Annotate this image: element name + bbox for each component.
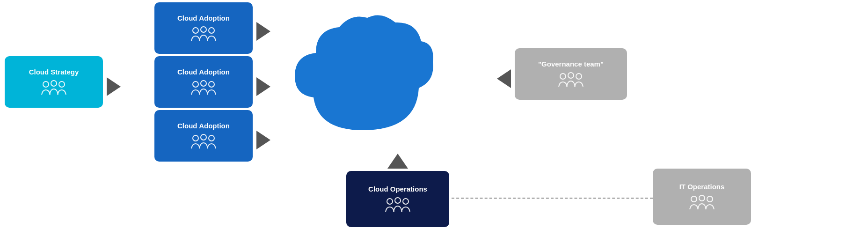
svg-point-0 (43, 81, 49, 87)
svg-point-1 (51, 81, 57, 86)
governance-team-box: "Governance team" (515, 48, 627, 100)
arrow-ops-to-cloud (387, 154, 408, 169)
cloud-operations-label: Cloud Operations (368, 185, 427, 194)
cloud-adoption-3-label: Cloud Adoption (177, 121, 230, 131)
svg-point-3 (193, 28, 198, 33)
svg-point-17 (576, 74, 582, 79)
cloud-strategy-label: Cloud Strategy (29, 67, 79, 77)
diagram-container: Cloud Strategy Cloud Adoption Cloud Adop… (0, 0, 868, 244)
cloud-operations-box: Cloud Operations (346, 171, 449, 227)
svg-point-2 (59, 81, 65, 87)
dashed-line-ops (452, 198, 653, 199)
it-operations-box: IT Operations (653, 169, 751, 225)
svg-point-13 (395, 198, 401, 203)
people-icon-adoption2 (191, 80, 216, 96)
cloud-adoption-box-1: Cloud Adoption (154, 2, 253, 54)
svg-point-8 (209, 81, 214, 87)
svg-point-20 (707, 196, 713, 202)
svg-point-10 (201, 134, 206, 140)
svg-point-4 (201, 27, 206, 32)
cloud-adoption-box-2: Cloud Adoption (154, 56, 253, 108)
cloud-adoption-box-3: Cloud Adoption (154, 110, 253, 162)
svg-point-16 (568, 73, 574, 78)
arrow-strategy-to-adoptions (107, 77, 121, 96)
svg-point-9 (193, 135, 198, 141)
svg-point-19 (699, 195, 705, 201)
svg-point-15 (560, 74, 566, 79)
arrow-adoption3-to-cloud (256, 131, 270, 149)
people-icon-strategy (41, 80, 66, 96)
arrow-adoption2-to-cloud (256, 77, 270, 96)
svg-point-12 (387, 199, 393, 204)
svg-point-6 (193, 81, 198, 87)
people-icon-operations (385, 197, 410, 214)
arrow-adoption1-to-cloud (256, 22, 270, 41)
it-operations-label: IT Operations (679, 182, 725, 192)
svg-point-11 (209, 135, 214, 141)
cloud-adoption-2-label: Cloud Adoption (177, 67, 230, 77)
cloud-adoption-1-label: Cloud Adoption (177, 14, 230, 23)
governance-team-label: "Governance team" (538, 59, 604, 69)
people-icon-governance (558, 72, 584, 89)
svg-point-14 (403, 199, 408, 204)
svg-point-18 (691, 196, 697, 202)
cloud-strategy-box: Cloud Strategy (5, 56, 103, 108)
svg-point-7 (201, 81, 206, 86)
cloud-shape (290, 8, 435, 140)
people-icon-adoption1 (191, 26, 216, 43)
people-icon-it-ops (689, 194, 715, 211)
people-icon-adoption3 (191, 133, 216, 150)
svg-point-5 (209, 28, 214, 33)
arrow-governance-to-cloud (497, 69, 511, 88)
